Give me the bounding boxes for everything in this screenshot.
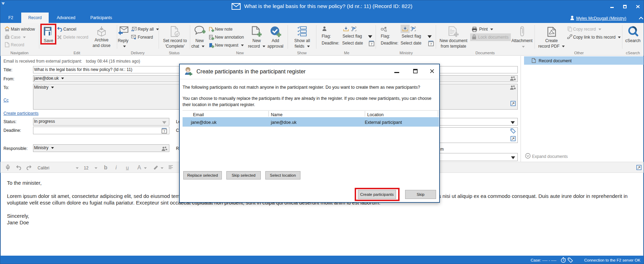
svg-text:7: 7 <box>163 130 165 133</box>
svg-text:7: 7 <box>371 42 372 46</box>
svg-text:7: 7 <box>430 42 432 46</box>
